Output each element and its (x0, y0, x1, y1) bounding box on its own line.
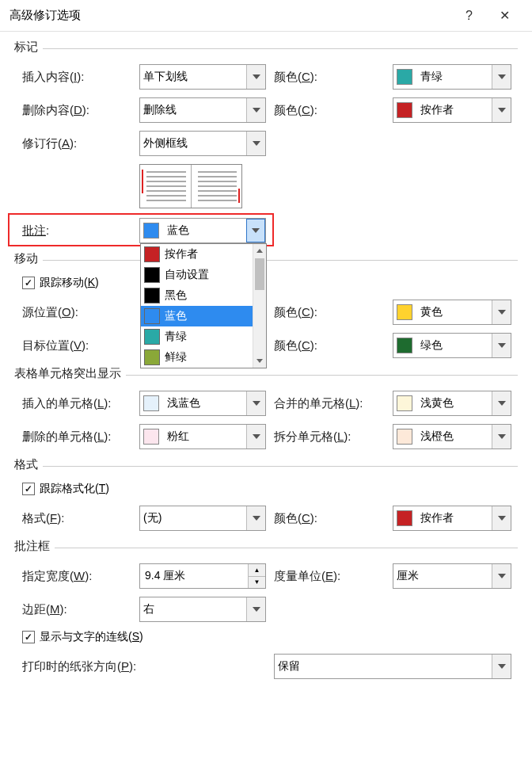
split-cells-combo[interactable]: 浅橙色 (393, 424, 511, 449)
insert-color-label: 颜色(C): (266, 70, 393, 85)
format-label: 格式(F): (22, 511, 139, 526)
chevron-down-icon[interactable] (246, 391, 265, 415)
color-swatch (397, 510, 412, 526)
color-swatch (143, 223, 159, 239)
measure-combo[interactable]: 厘米 (393, 563, 511, 589)
section-title-moves: 移动 (14, 251, 38, 266)
section-title-formatting: 格式 (14, 457, 38, 472)
color-swatch (397, 338, 412, 353)
comments-color-dropdown: 按作者 自动设置 黑色 蓝色 青绿 鲜绿 (140, 243, 267, 368)
track-moves-checkbox[interactable] (22, 277, 35, 289)
section-marking: 标记 插入内容(I): 单下划线 颜色(C): 青绿 删除内容(D): 删除线 … (14, 40, 518, 243)
from-label: 源位置(O): (22, 305, 139, 320)
color-swatch (143, 395, 159, 411)
show-connecting-lines-checkbox[interactable] (22, 631, 35, 643)
from-color-combo[interactable]: 黄色 (393, 300, 511, 325)
delete-color-combo[interactable]: 按作者 (393, 97, 511, 123)
section-formatting: 格式 跟踪格式化(T) 格式(F): (无) 颜色(C): 按作者 (14, 457, 518, 531)
insert-label: 插入内容(I): (22, 70, 139, 85)
format-color-combo[interactable]: 按作者 (393, 506, 511, 531)
chevron-down-icon[interactable] (492, 425, 511, 448)
section-title-marking: 标记 (14, 40, 38, 55)
merged-cells-label: 合并的单元格(L): (266, 396, 393, 411)
chevron-down-icon[interactable] (246, 65, 265, 89)
chevron-down-icon[interactable] (492, 98, 511, 122)
color-swatch (397, 69, 412, 85)
chevron-down-icon[interactable] (246, 506, 265, 530)
print-orientation-label: 打印时的纸张方向(P): (22, 659, 274, 674)
close-button[interactable]: ✕ (487, 0, 522, 32)
changed-lines-label: 修订行(A): (22, 136, 139, 151)
color-swatch (397, 429, 412, 445)
chevron-down-icon[interactable] (246, 132, 265, 155)
print-orientation-combo[interactable]: 保留 (274, 654, 511, 679)
chevron-down-icon[interactable] (492, 506, 511, 530)
changed-lines-combo[interactable]: 外侧框线 (139, 131, 266, 156)
insert-style-combo[interactable]: 单下划线 (139, 64, 266, 90)
to-label: 目标位置(V): (22, 338, 139, 353)
dropdown-item[interactable]: 按作者 (141, 244, 266, 265)
to-color-label: 颜色(C): (266, 338, 393, 353)
dropdown-item[interactable]: 黑色 (141, 285, 266, 306)
margin-label: 边距(M): (22, 602, 139, 617)
track-formatting-checkbox[interactable] (22, 483, 35, 495)
show-connecting-lines-label: 显示与文字的连线(S) (40, 630, 143, 644)
chevron-down-icon[interactable] (246, 597, 265, 621)
chevron-down-icon[interactable] (492, 391, 511, 415)
track-formatting-label: 跟踪格式化(T) (40, 482, 109, 496)
format-combo[interactable]: (无) (139, 506, 266, 531)
format-color-label: 颜色(C): (266, 511, 393, 526)
dialog-title: 高级修订选项 (10, 8, 451, 23)
section-title-table-cells: 表格单元格突出显示 (14, 366, 121, 381)
to-color-combo[interactable]: 绿色 (393, 333, 511, 358)
margin-combo[interactable]: 右 (139, 597, 266, 622)
track-moves-label: 跟踪移动(K) (40, 276, 99, 290)
chevron-down-icon[interactable] (246, 219, 265, 242)
dropdown-item[interactable]: 青绿 (141, 326, 266, 347)
delete-style-combo[interactable]: 删除线 (139, 97, 266, 123)
scroll-thumb[interactable] (255, 258, 264, 290)
deleted-cells-label: 删除的单元格(L): (22, 429, 139, 445)
delete-color-label: 颜色(C): (266, 103, 393, 118)
dropdown-item[interactable]: 蓝色 (141, 306, 266, 326)
section-table-cells: 表格单元格突出显示 插入的单元格(L): 浅蓝色 合并的单元格(L): 浅黄色 … (14, 366, 518, 449)
chevron-down-icon[interactable] (246, 98, 265, 122)
dropdown-item[interactable]: 鲜绿 (141, 347, 266, 368)
chevron-down-icon[interactable] (492, 334, 511, 357)
chevron-down-icon[interactable] (492, 300, 511, 324)
titlebar: 高级修订选项 ? ✕ (0, 0, 532, 32)
delete-label: 删除内容(D): (22, 103, 139, 118)
comments-label: 批注: (22, 223, 139, 239)
insert-color-combo[interactable]: 青绿 (393, 64, 511, 90)
spinner-up-button[interactable]: ▲ (249, 564, 265, 577)
color-swatch (143, 429, 159, 445)
from-color-label: 颜色(C): (266, 305, 393, 320)
color-swatch (397, 304, 412, 320)
inserted-cells-label: 插入的单元格(L): (22, 396, 139, 411)
color-swatch (397, 102, 412, 118)
merged-cells-combo[interactable]: 浅黄色 (393, 391, 511, 416)
width-label: 指定宽度(W): (22, 569, 139, 584)
measure-label: 度量单位(E): (266, 569, 393, 584)
chevron-down-icon[interactable] (246, 425, 265, 448)
chevron-down-icon[interactable] (492, 655, 511, 678)
section-balloons: 批注框 指定宽度(W): 9.4 厘米 ▲ ▼ 度量单位(E): 厘米 边距(M… (14, 539, 518, 679)
chevron-down-icon[interactable] (492, 564, 511, 588)
comments-color-combo[interactable]: 蓝色 按作者 自动设置 黑色 蓝色 青绿 (139, 218, 266, 243)
inserted-cells-combo[interactable]: 浅蓝色 (139, 391, 266, 416)
scrollbar[interactable] (253, 244, 266, 368)
section-title-balloons: 批注框 (14, 539, 50, 554)
split-cells-label: 拆分单元格(L): (266, 429, 393, 445)
dropdown-item[interactable]: 自动设置 (141, 265, 266, 285)
help-button[interactable]: ? (451, 0, 487, 32)
spinner-down-button[interactable]: ▼ (249, 577, 265, 589)
color-swatch (397, 395, 412, 411)
width-spinner[interactable]: 9.4 厘米 ▲ ▼ (139, 563, 266, 589)
deleted-cells-combo[interactable]: 粉红 (139, 424, 266, 449)
changed-lines-preview (139, 164, 242, 208)
chevron-down-icon[interactable] (492, 65, 511, 89)
